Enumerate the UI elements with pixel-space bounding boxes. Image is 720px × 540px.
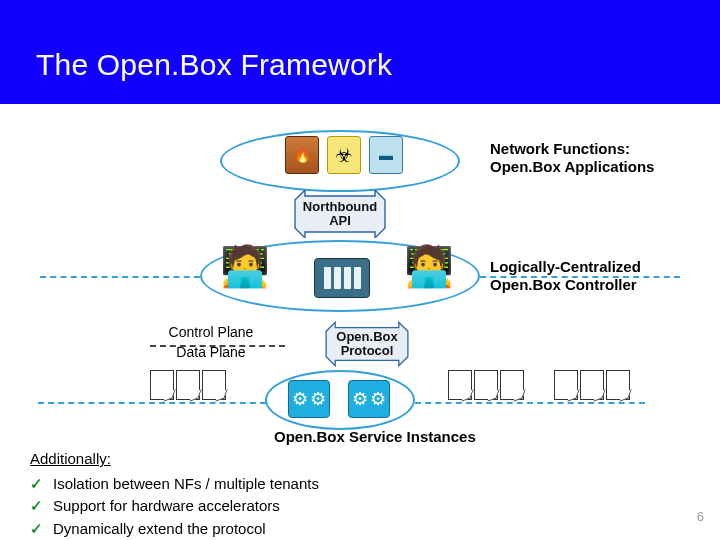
person-icon: 🧑‍💻	[410, 246, 454, 304]
additional-notes: Additionally: Isolation between NFs / mu…	[30, 448, 319, 540]
page-number: 6	[697, 509, 704, 524]
slide-title: The Open.Box Framework	[36, 48, 392, 82]
dash-connector	[415, 402, 645, 404]
northbound-label-2: API	[329, 214, 351, 228]
page-icon	[176, 370, 200, 400]
page-icon	[202, 370, 226, 400]
firewall-icon	[285, 136, 319, 174]
dash-connector	[38, 402, 266, 404]
page-icon	[448, 370, 472, 400]
northbound-arrow: Northbound API	[285, 190, 395, 238]
page-stack	[554, 370, 630, 400]
dash-connector	[40, 276, 200, 278]
page-icon	[150, 370, 174, 400]
northbound-label-1: Northbound	[303, 200, 377, 214]
additional-heading: Additionally:	[30, 448, 319, 471]
network-function-icons	[285, 136, 403, 174]
control-plane-label: Control Plane	[156, 322, 266, 342]
page-stack	[150, 370, 226, 400]
biohazard-icon	[327, 136, 361, 174]
page-icon	[606, 370, 630, 400]
protocol-arrow: Open.Box Protocol	[317, 320, 417, 368]
controller-label: Logically-Centralized Open.Box Controlle…	[490, 258, 641, 294]
person-icon: 🧑‍💻	[220, 246, 264, 304]
plane-divider	[150, 345, 285, 347]
page-stack	[448, 370, 524, 400]
additional-item: Dynamically extend the protocol	[30, 518, 319, 541]
controller-box-icon	[314, 258, 370, 298]
page-icon	[580, 370, 604, 400]
slide: The Open.Box Framework Northbound API 🧑‍…	[0, 0, 720, 540]
protocol-label-2: Protocol	[341, 344, 394, 358]
page-icon	[474, 370, 498, 400]
plane-labels: Control Plane Data Plane	[156, 322, 266, 363]
page-icon	[500, 370, 524, 400]
additional-item: Isolation between NFs / multiple tenants	[30, 473, 319, 496]
service-instances-label: Open.Box Service Instances	[274, 428, 476, 445]
page-icon	[554, 370, 578, 400]
gear-icon	[288, 380, 330, 418]
protocol-label-1: Open.Box	[336, 330, 397, 344]
network-functions-label: Network Functions: Open.Box Applications	[490, 140, 654, 176]
gear-icon	[348, 380, 390, 418]
server-icon	[369, 136, 403, 174]
service-instance-icons	[288, 380, 390, 418]
controller-icons: 🧑‍💻 🧑‍💻	[228, 244, 452, 308]
additional-item: Support for hardware accelerators	[30, 495, 319, 518]
